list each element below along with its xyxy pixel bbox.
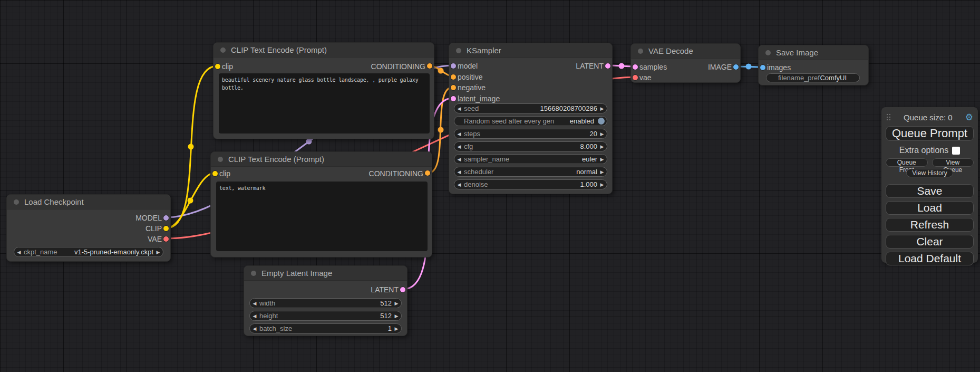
output-port-latent[interactable] (400, 287, 405, 292)
input-port-negative[interactable] (451, 85, 456, 90)
widget-filename-prefix[interactable]: filename_prefix ComfyUI (766, 73, 860, 82)
stepper-right-icon[interactable]: ▶ (597, 131, 607, 137)
input-port-clip[interactable] (215, 64, 220, 69)
output-port-conditioning[interactable] (425, 170, 430, 176)
stepper-left-icon[interactable]: ◀ (250, 326, 259, 331)
positive-prompt-textarea[interactable]: beautiful scenery nature glass bottle la… (219, 73, 430, 133)
widget-batch-size[interactable]: ◀ batch_size 1 ▶ (249, 323, 402, 333)
drag-handle-icon[interactable] (887, 114, 891, 121)
stepper-right-icon[interactable]: ▶ (392, 301, 401, 306)
queue-prompt-button[interactable]: Queue Prompt (886, 126, 974, 141)
stepper-right-icon[interactable]: ▶ (153, 250, 163, 255)
widget-seed[interactable]: ◀ seed 156680208700286 ▶ (454, 103, 607, 113)
input-port-latent-image[interactable] (451, 96, 456, 101)
node-title-bar[interactable]: KSampler (449, 43, 612, 58)
collapse-dot-icon[interactable] (765, 50, 771, 55)
input-port-positive[interactable] (451, 74, 456, 80)
node-empty-latent-image[interactable]: Empty Latent Image LATENT ◀ width 512 ▶ … (244, 265, 407, 336)
node-title-bar[interactable]: CLIP Text Encode (Prompt) (211, 152, 432, 167)
node-save-image[interactable]: Save Image images filename_prefix ComfyU… (758, 45, 869, 85)
widget-steps[interactable]: ◀ steps 20 ▶ (454, 129, 607, 139)
node-clip-text-encode-positive[interactable]: CLIP Text Encode (Prompt) clip CONDITION… (213, 42, 434, 139)
stepper-right-icon[interactable]: ▶ (597, 106, 607, 111)
output-port-vae[interactable] (163, 236, 169, 242)
stepper-left-icon[interactable]: ◀ (454, 169, 464, 175)
input-port-vae[interactable] (633, 75, 638, 80)
widget-cfg[interactable]: ◀ cfg 8.000 ▶ (454, 141, 607, 151)
collapse-dot-icon[interactable] (456, 48, 461, 53)
output-label-model: MODEL (135, 213, 162, 223)
output-port-clip[interactable] (163, 226, 169, 231)
widget-width[interactable]: ◀ width 512 ▶ (249, 298, 402, 308)
negative-prompt-textarea[interactable]: text, watermark (216, 182, 428, 251)
stepper-right-icon[interactable]: ▶ (392, 326, 401, 331)
toggle-on-icon[interactable] (598, 118, 605, 125)
queue-subbuttons-row: Queue Front View Queue (886, 158, 974, 167)
extra-options-checkbox[interactable] (952, 147, 960, 155)
node-ksampler[interactable]: KSampler model positive negative latent_… (449, 43, 613, 194)
node-title-bar[interactable]: Load Checkpoint (7, 195, 170, 209)
input-label-images: images (767, 62, 791, 73)
stepper-right-icon[interactable]: ▶ (597, 144, 607, 149)
widget-denoise[interactable]: ◀ denoise 1.000 ▶ (454, 179, 607, 189)
gear-icon[interactable]: ⚙ (965, 113, 973, 122)
refresh-button[interactable]: Refresh (886, 218, 974, 232)
input-port-clip[interactable] (212, 171, 218, 176)
load-button[interactable]: Load (886, 201, 974, 215)
input-port-images[interactable] (760, 65, 765, 70)
collapse-dot-icon[interactable] (220, 47, 226, 53)
widget-label: filename_prefix (778, 74, 820, 82)
node-title-bar[interactable]: CLIP Text Encode (Prompt) (214, 43, 434, 58)
widget-label: sampler_name (464, 155, 509, 163)
widget-ckpt-name[interactable]: ◀ ckpt_name v1-5-pruned-emaonly.ckpt ▶ (14, 247, 163, 257)
output-port-model[interactable] (163, 215, 169, 221)
widget-value: ComfyUI (820, 74, 847, 82)
collapse-dot-icon[interactable] (14, 199, 19, 205)
widget-label: scheduler (464, 168, 493, 176)
stepper-right-icon[interactable]: ▶ (597, 182, 607, 187)
node-load-checkpoint[interactable]: Load Checkpoint MODEL CLIP VAE ◀ ckpt_na… (6, 194, 171, 262)
node-clip-text-encode-negative[interactable]: CLIP Text Encode (Prompt) clip CONDITION… (210, 151, 432, 257)
stepper-right-icon[interactable]: ▶ (392, 313, 401, 319)
node-graph-canvas[interactable]: Load Checkpoint MODEL CLIP VAE ◀ ckpt_na… (0, 0, 980, 372)
stepper-right-icon[interactable]: ▶ (597, 169, 607, 175)
output-label-image: IMAGE (708, 62, 732, 72)
queue-front-button[interactable]: Queue Front (886, 158, 928, 167)
widget-value: 512 (380, 312, 392, 320)
node-vae-decode[interactable]: VAE Decode samples vae IMAGE (630, 43, 741, 83)
clear-button[interactable]: Clear (886, 235, 974, 249)
widget-height[interactable]: ◀ height 512 ▶ (249, 311, 402, 321)
stepper-left-icon[interactable]: ◀ (454, 157, 464, 162)
link-midpoint-dot (188, 198, 193, 204)
stepper-left-icon[interactable]: ◀ (250, 313, 259, 319)
widget-random-seed-toggle[interactable]: Random seed after every gen enabled (454, 116, 607, 126)
output-port-image[interactable] (733, 64, 739, 70)
stepper-left-icon[interactable]: ◀ (454, 106, 464, 111)
output-port-conditioning[interactable] (427, 63, 432, 69)
collapse-dot-icon[interactable] (251, 271, 256, 276)
stepper-right-icon[interactable]: ▶ (597, 157, 607, 162)
stepper-left-icon[interactable]: ◀ (454, 131, 464, 137)
widget-sampler-name[interactable]: ◀ sampler_name euler ▶ (454, 154, 607, 164)
output-port-latent[interactable] (605, 63, 610, 69)
widget-scheduler[interactable]: ◀ scheduler normal ▶ (454, 167, 607, 177)
input-port-model[interactable] (451, 63, 456, 69)
view-queue-button[interactable]: View Queue (932, 158, 974, 167)
queue-panel: Queue size: 0 ⚙ Queue Prompt Extra optio… (881, 107, 978, 263)
workflow-buttons-stack: Save Load Refresh Clear Load Default (886, 184, 974, 265)
input-port-samples[interactable] (633, 64, 638, 70)
stepper-left-icon[interactable]: ◀ (454, 182, 464, 187)
view-history-button[interactable]: View History (906, 169, 953, 177)
stepper-left-icon[interactable]: ◀ (14, 250, 24, 255)
collapse-dot-icon[interactable] (218, 157, 223, 162)
input-label-model: model (458, 61, 478, 71)
stepper-left-icon[interactable]: ◀ (250, 301, 259, 306)
link-midpoint-dot (188, 144, 194, 150)
stepper-left-icon[interactable]: ◀ (454, 144, 464, 149)
save-button[interactable]: Save (886, 184, 974, 198)
load-default-button[interactable]: Load Default (886, 252, 974, 265)
collapse-dot-icon[interactable] (638, 49, 643, 54)
node-title-bar[interactable]: VAE Decode (631, 44, 740, 59)
node-title-bar[interactable]: Save Image (759, 45, 868, 60)
node-title-bar[interactable]: Empty Latent Image (244, 266, 407, 281)
